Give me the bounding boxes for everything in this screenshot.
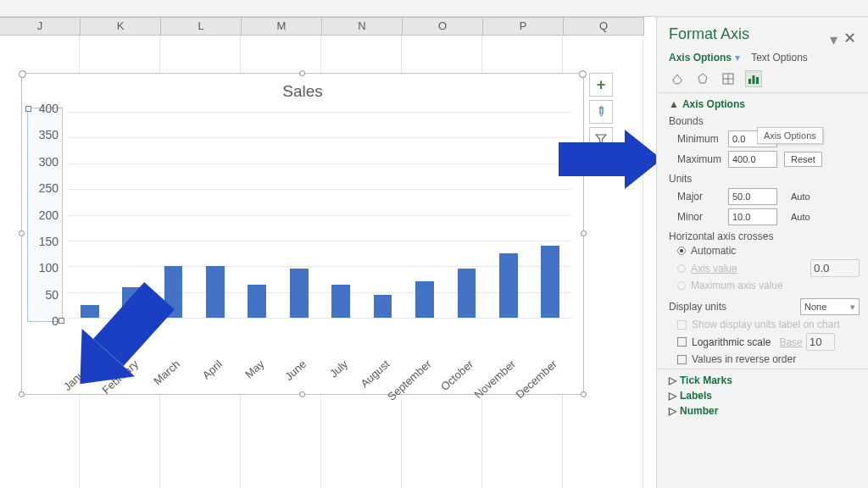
y-tick: 150 bbox=[39, 235, 58, 248]
pane-title: Format Axis ▾ ✕ bbox=[669, 25, 860, 43]
base-input bbox=[806, 333, 835, 351]
tooltip: Axis Options bbox=[757, 127, 823, 144]
y-tick: 50 bbox=[45, 288, 58, 302]
y-tick: 200 bbox=[39, 208, 58, 222]
hcrosses-label: Horizontal axis crosses bbox=[669, 230, 860, 242]
x-label: April bbox=[200, 358, 225, 382]
bar[interactable] bbox=[499, 253, 518, 318]
bar[interactable] bbox=[248, 285, 266, 318]
y-tick: 100 bbox=[39, 261, 58, 274]
chevron-down-icon: ▾ bbox=[850, 302, 855, 313]
x-label: October bbox=[438, 358, 476, 393]
base-label: Base bbox=[779, 336, 802, 348]
format-axis-pane: Format Axis ▾ ✕ Axis Options▾ Text Optio… bbox=[656, 17, 868, 488]
size-icon[interactable] bbox=[720, 70, 737, 87]
x-label: August bbox=[358, 358, 392, 390]
bar[interactable] bbox=[458, 269, 476, 318]
pane-tabs: Axis Options▾ Text Options bbox=[669, 52, 860, 64]
col-header[interactable]: M bbox=[242, 18, 322, 35]
bounds-label: Bounds bbox=[669, 115, 860, 127]
minor-label: Minor bbox=[669, 211, 728, 223]
major-label: Major bbox=[669, 191, 728, 202]
col-header[interactable]: L bbox=[161, 18, 242, 35]
col-header[interactable]: P bbox=[483, 18, 564, 35]
y-tick: 300 bbox=[39, 155, 58, 169]
pane-options-icon[interactable]: ▾ bbox=[830, 30, 837, 49]
y-tick: 250 bbox=[39, 181, 58, 195]
chevron-down-icon[interactable]: ▾ bbox=[735, 52, 740, 64]
x-label: May bbox=[242, 358, 266, 381]
check-show-units-label: Show display units label on chart bbox=[677, 319, 860, 330]
major-auto-button[interactable]: Auto bbox=[784, 189, 817, 204]
section-axis-options[interactable]: ▲Axis Options bbox=[669, 98, 860, 110]
x-label: March bbox=[152, 358, 183, 387]
x-label: November bbox=[471, 358, 518, 401]
col-header[interactable]: N bbox=[322, 18, 403, 35]
axis-options-icon[interactable] bbox=[745, 70, 762, 87]
log-scale-label: Logarithmic scale bbox=[692, 336, 771, 348]
svg-rect-5 bbox=[753, 75, 755, 84]
bar[interactable] bbox=[81, 305, 99, 318]
svg-marker-0 bbox=[698, 74, 707, 83]
bar[interactable] bbox=[331, 285, 350, 318]
chart-styles-button[interactable]: ✎ bbox=[589, 100, 613, 124]
minor-auto-button[interactable]: Auto bbox=[784, 209, 817, 225]
svg-rect-4 bbox=[748, 79, 751, 84]
minimum-label: Minimum bbox=[669, 133, 728, 145]
y-axis[interactable]: 050100150200250300350400 bbox=[27, 108, 63, 322]
maximum-reset-button[interactable]: Reset bbox=[784, 152, 822, 167]
chart-title[interactable]: Sales bbox=[22, 82, 583, 101]
chart-elements-button[interactable]: + bbox=[589, 73, 613, 97]
plus-icon: + bbox=[597, 76, 606, 94]
minor-input[interactable] bbox=[728, 208, 777, 225]
y-tick: 0 bbox=[52, 314, 58, 328]
section-labels[interactable]: ▷Labels bbox=[669, 390, 860, 402]
bar[interactable] bbox=[374, 295, 392, 318]
formula-bar bbox=[0, 0, 868, 17]
radio-axis-value[interactable]: Axis value bbox=[677, 259, 860, 277]
pane-icon-row bbox=[669, 70, 860, 87]
display-units-label: Display units bbox=[669, 301, 745, 313]
bar[interactable] bbox=[206, 266, 225, 318]
x-label: June bbox=[282, 358, 309, 383]
section-tick-marks[interactable]: ▷Tick Marks bbox=[669, 374, 860, 386]
col-header[interactable]: J bbox=[0, 18, 81, 35]
x-label: July bbox=[327, 358, 350, 380]
col-header[interactable]: K bbox=[81, 18, 161, 35]
bar[interactable] bbox=[290, 269, 309, 318]
tab-axis-options[interactable]: Axis Options bbox=[669, 52, 732, 64]
display-units-dropdown[interactable]: None▾ bbox=[800, 298, 860, 315]
svg-rect-6 bbox=[756, 77, 759, 84]
maximum-label: Maximum bbox=[669, 153, 728, 165]
maximum-input[interactable] bbox=[728, 151, 777, 168]
brush-icon: ✎ bbox=[592, 103, 610, 121]
col-header[interactable]: Q bbox=[564, 18, 644, 35]
bar[interactable] bbox=[541, 246, 559, 318]
fill-icon[interactable] bbox=[669, 70, 686, 87]
section-number[interactable]: ▷Number bbox=[669, 405, 860, 417]
effects-icon[interactable] bbox=[694, 70, 711, 87]
column-headers: J K L M N O P Q bbox=[0, 17, 644, 36]
y-tick: 350 bbox=[39, 128, 58, 141]
tab-text-options[interactable]: Text Options bbox=[751, 52, 808, 64]
x-label: December bbox=[514, 358, 560, 401]
check-log-scale[interactable] bbox=[677, 337, 687, 347]
close-icon[interactable]: ✕ bbox=[843, 29, 856, 47]
bar[interactable] bbox=[415, 281, 434, 318]
units-label: Units bbox=[669, 173, 860, 185]
check-reverse-order[interactable]: Values in reverse order bbox=[677, 353, 860, 365]
radio-automatic[interactable]: Automatic bbox=[677, 245, 860, 257]
col-header[interactable]: O bbox=[403, 18, 483, 35]
radio-max-axis-value[interactable]: Maximum axis value bbox=[677, 280, 860, 291]
y-tick: 400 bbox=[39, 102, 58, 115]
axis-value-input bbox=[810, 259, 860, 277]
major-input[interactable] bbox=[728, 188, 777, 205]
